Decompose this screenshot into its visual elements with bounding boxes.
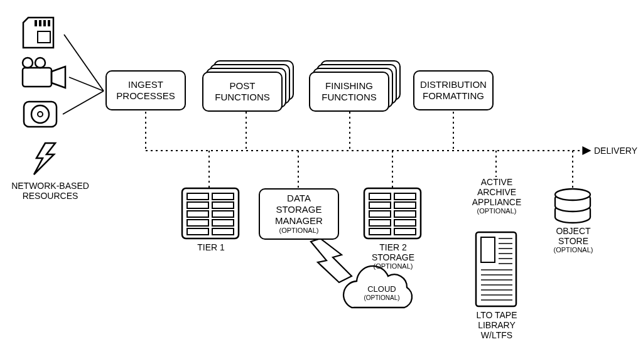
objstore-line1: OBJECT xyxy=(548,226,599,236)
svg-rect-25 xyxy=(212,193,234,200)
svg-line-11 xyxy=(69,77,104,91)
svg-rect-24 xyxy=(187,193,208,200)
svg-point-9 xyxy=(38,112,43,117)
svg-rect-43 xyxy=(369,228,391,235)
svg-rect-33 xyxy=(212,228,234,235)
svg-rect-34 xyxy=(364,188,421,238)
diagram-connectors xyxy=(0,0,643,364)
tier2-optional: (OPTIONAL) xyxy=(358,262,428,270)
svg-rect-28 xyxy=(187,211,208,217)
lto-label: LTO TAPE LIBRARY W/LTFS xyxy=(470,310,524,340)
distribution-formatting-box: DISTRIBUTION FORMATTING xyxy=(413,70,494,110)
sd-card-icon xyxy=(23,18,53,48)
svg-point-62 xyxy=(555,189,590,200)
tier2-rack-icon xyxy=(364,188,421,238)
svg-rect-35 xyxy=(369,193,391,200)
post-line2: FUNCTIONS xyxy=(215,92,270,103)
archive-line2: ARCHIVE xyxy=(467,187,526,197)
distribution-line1: DISTRIBUTION xyxy=(420,79,487,90)
svg-rect-46 xyxy=(481,237,495,262)
dsm-optional: (OPTIONAL) xyxy=(279,227,319,235)
svg-rect-2 xyxy=(43,20,46,26)
object-store-icon xyxy=(555,189,590,223)
active-archive-label: ACTIVE ARCHIVE APPLIANCE (OPTIONAL) xyxy=(467,177,526,215)
dsm-line1: DATA STORAGE xyxy=(264,193,334,215)
cloud-label: CLOUD (OPTIONAL) xyxy=(355,285,408,301)
finishing-line1: FINISHING xyxy=(322,80,377,92)
finishing-line2: FUNCTIONS xyxy=(322,92,377,103)
svg-rect-44 xyxy=(394,228,416,235)
svg-point-8 xyxy=(31,105,49,123)
object-store-label: OBJECT STORE (OPTIONAL) xyxy=(548,226,599,254)
post-line1: POST xyxy=(215,80,270,92)
objstore-optional: (OPTIONAL) xyxy=(548,246,599,254)
lto-line3: W/LTFS xyxy=(470,330,524,340)
network-lightning-icon xyxy=(34,143,55,174)
data-storage-manager-box: DATA STORAGE MANAGER (OPTIONAL) xyxy=(259,188,339,240)
archive-optional: (OPTIONAL) xyxy=(467,207,526,215)
svg-rect-1 xyxy=(39,20,41,26)
svg-point-5 xyxy=(23,58,33,68)
archive-line3: APPLIANCE xyxy=(467,197,526,207)
delivery-label: DELIVERY xyxy=(594,146,637,156)
svg-rect-40 xyxy=(394,211,416,217)
tier1-rack-icon xyxy=(182,188,239,238)
ingest-line1: INGEST xyxy=(116,79,175,90)
svg-rect-3 xyxy=(48,20,50,26)
svg-rect-26 xyxy=(187,202,208,208)
svg-rect-42 xyxy=(394,220,416,226)
svg-rect-23 xyxy=(182,188,239,238)
svg-rect-31 xyxy=(212,220,234,226)
dsm-line2: MANAGER xyxy=(275,215,323,227)
svg-rect-41 xyxy=(369,220,391,226)
svg-line-10 xyxy=(64,35,104,91)
archive-line1: ACTIVE xyxy=(467,177,526,187)
network-resources-label: NETWORK-BASED RESOURCES xyxy=(6,181,94,201)
ingest-processes-box: INGEST PROCESSES xyxy=(105,70,186,110)
svg-point-60 xyxy=(555,211,590,223)
cloud-optional: (OPTIONAL) xyxy=(355,294,408,302)
svg-rect-29 xyxy=(212,211,234,217)
svg-rect-7 xyxy=(24,102,57,127)
tier2-label: TIER 2 STORAGE (OPTIONAL) xyxy=(358,242,428,270)
svg-rect-30 xyxy=(187,220,208,226)
svg-rect-32 xyxy=(187,228,208,235)
svg-point-61 xyxy=(555,200,590,211)
svg-point-6 xyxy=(35,58,45,68)
lto-line2: LIBRARY xyxy=(470,320,524,330)
svg-rect-38 xyxy=(394,202,416,208)
disk-platter-icon xyxy=(24,102,57,127)
svg-line-12 xyxy=(63,91,104,114)
svg-rect-4 xyxy=(23,68,51,87)
cloud-line1: CLOUD xyxy=(355,285,408,294)
svg-rect-36 xyxy=(394,193,416,200)
lto-library-icon xyxy=(476,232,516,306)
svg-rect-27 xyxy=(212,202,234,208)
svg-rect-39 xyxy=(369,211,391,217)
tier1-label: TIER 1 xyxy=(191,242,231,252)
lto-line1: LTO TAPE xyxy=(470,310,524,320)
finishing-functions-box: FINISHING FUNCTIONS xyxy=(309,72,389,112)
svg-rect-45 xyxy=(476,232,516,306)
svg-rect-0 xyxy=(35,20,37,26)
camera-icon xyxy=(23,58,65,88)
svg-rect-37 xyxy=(369,202,391,208)
objstore-line2: STORE xyxy=(548,236,599,246)
dsm-cloud-lightning-icon xyxy=(311,238,352,282)
ingest-line2: PROCESSES xyxy=(116,90,175,102)
distribution-line2: FORMATTING xyxy=(420,90,487,102)
tier2-line1: TIER 2 STORAGE xyxy=(358,242,428,262)
post-functions-box: POST FUNCTIONS xyxy=(202,72,283,112)
